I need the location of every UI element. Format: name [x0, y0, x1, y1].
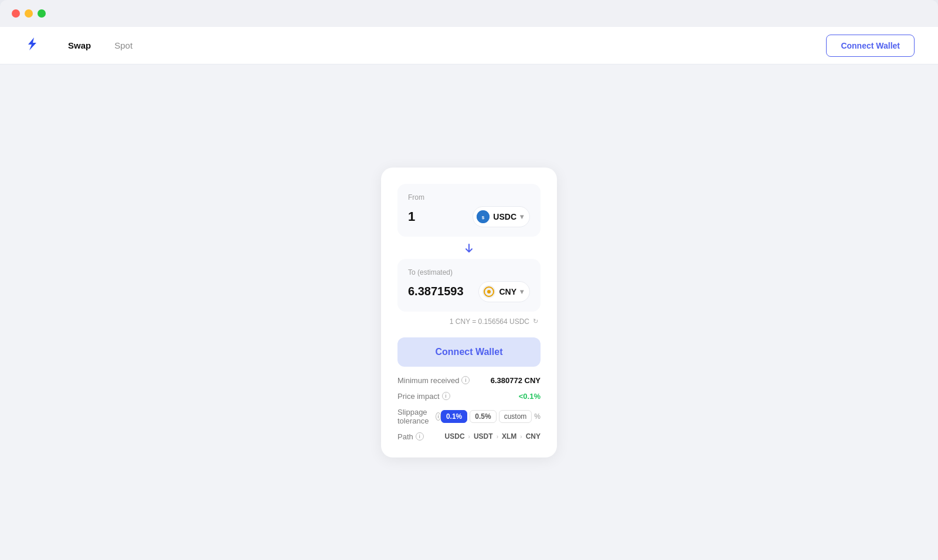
connect-wallet-main-button[interactable]: Connect Wallet: [397, 337, 541, 367]
from-token-selector[interactable]: $ USDC ▾: [473, 206, 530, 227]
from-section: From $ USDC ▾: [397, 184, 541, 237]
svg-text:$: $: [482, 215, 485, 220]
refresh-icon[interactable]: ↻: [533, 317, 538, 325]
to-amount-value: 6.3871593: [408, 285, 467, 298]
from-token-label: USDC: [493, 212, 516, 221]
path-items: USDC › USDT › XLM › CNY: [445, 432, 541, 441]
cny-icon: [482, 285, 495, 298]
to-section: To (estimated) 6.3871593 CNY ▾: [397, 259, 541, 312]
path-row: Path i USDC › USDT › XLM › CNY: [397, 432, 541, 441]
price-impact-info-icon[interactable]: i: [442, 392, 450, 400]
from-token-row: $ USDC ▾: [408, 206, 530, 227]
path-item-xlm: XLM: [502, 432, 516, 441]
connect-wallet-header-button[interactable]: Connect Wallet: [826, 35, 915, 57]
minimum-received-info-icon[interactable]: i: [461, 376, 470, 384]
price-impact-value: <0.1%: [519, 392, 541, 401]
path-arrow-2: ›: [497, 433, 498, 440]
traffic-light-green[interactable]: [38, 9, 46, 18]
slippage-tolerance-row: Slippage tolerance i 0.1% 0.5% custom %: [397, 408, 541, 425]
from-amount-input[interactable]: [408, 209, 467, 224]
path-label: Path i: [397, 432, 424, 441]
path-item-usdt: USDT: [474, 432, 493, 441]
price-impact-row: Price impact i <0.1%: [397, 392, 541, 401]
slippage-btn-05[interactable]: 0.5%: [470, 410, 496, 423]
path-arrow-1: ›: [468, 433, 470, 440]
slippage-options: 0.1% 0.5% custom %: [441, 410, 541, 423]
header-right: Connect Wallet: [826, 35, 915, 57]
usdc-icon: $: [477, 210, 490, 223]
price-impact-label: Price impact i: [397, 392, 450, 401]
slippage-btn-custom[interactable]: custom: [499, 410, 532, 423]
from-token-chevron: ▾: [520, 213, 524, 221]
slippage-percent-sign: %: [534, 412, 541, 421]
logo-icon: [23, 36, 40, 55]
swap-card: From $ USDC ▾: [381, 168, 557, 457]
svg-point-4: [487, 290, 491, 293]
swap-direction-arrow[interactable]: [397, 237, 541, 259]
app-window: Swap Spot Connect Wallet From $: [0, 27, 938, 560]
header: Swap Spot Connect Wallet: [0, 27, 938, 64]
main-content: From $ USDC ▾: [0, 64, 938, 560]
nav-item-spot[interactable]: Spot: [105, 36, 142, 55]
path-item-cny: CNY: [526, 432, 541, 441]
from-label: From: [408, 193, 530, 202]
slippage-btn-01[interactable]: 0.1%: [441, 410, 467, 423]
logo: [23, 36, 40, 55]
to-token-row: 6.3871593 CNY ▾: [408, 281, 530, 302]
path-info-icon[interactable]: i: [416, 432, 424, 441]
rate-info: 1 CNY = 0.156564 USDC ↻: [397, 312, 541, 328]
nav-item-swap[interactable]: Swap: [59, 36, 100, 55]
minimum-received-label: Minimum received i: [397, 376, 470, 385]
to-token-selector[interactable]: CNY ▾: [478, 281, 530, 302]
path-arrow-3: ›: [520, 433, 522, 440]
to-label: To (estimated): [408, 268, 530, 276]
nav: Swap Spot: [59, 36, 142, 55]
slippage-info-icon[interactable]: i: [436, 412, 441, 421]
details-section: Minimum received i 6.380772 CNY Price im…: [397, 376, 541, 441]
to-token-chevron: ▾: [520, 288, 524, 296]
minimum-received-value: 6.380772 CNY: [491, 376, 541, 385]
slippage-tolerance-label: Slippage tolerance i: [397, 408, 441, 425]
minimum-received-row: Minimum received i 6.380772 CNY: [397, 376, 541, 385]
window-chrome: [0, 0, 938, 27]
to-token-label: CNY: [499, 287, 516, 296]
path-item-usdc: USDC: [445, 432, 465, 441]
traffic-light-red[interactable]: [12, 9, 20, 18]
traffic-light-yellow[interactable]: [25, 9, 33, 18]
rate-text: 1 CNY = 0.156564 USDC: [450, 317, 529, 326]
